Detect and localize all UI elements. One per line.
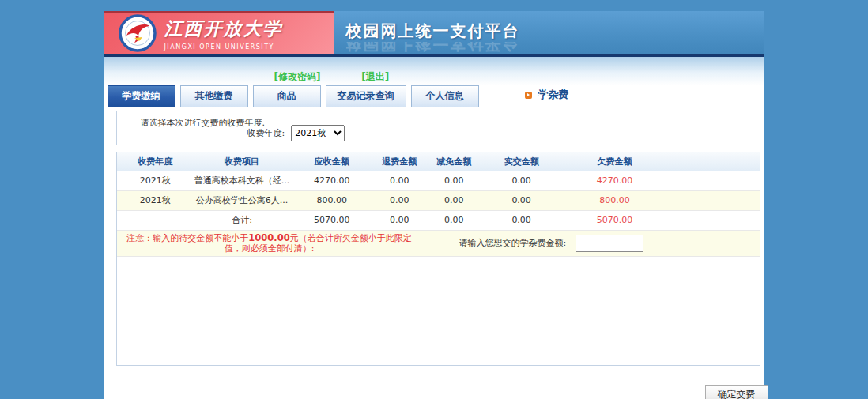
content-area: 请选择本次进行交费的收费年度. 收费年度: 2021秋 收费年度 收费项目 — [104, 107, 764, 399]
tab-transaction-records[interactable]: 交易记录查询 — [326, 85, 406, 107]
fee-table-row: 2021秋 公办高校学生公寓6人... 800.00 0.00 0.00 0.0… — [117, 190, 760, 210]
cell-year: 2021秋 — [117, 171, 194, 190]
fee-table-total-row: 合计: 5070.00 0.00 0.00 0.00 5070.00 — [117, 210, 760, 230]
account-links-bar: [修改密码] [退出] — [104, 57, 764, 85]
platform-title-area: 校园网上统一支付平台 校园网上统一支付平台 — [334, 11, 764, 54]
platform-title-reflection: 校园网上统一支付平台 — [346, 42, 764, 54]
year-select[interactable]: 2021秋 — [291, 125, 345, 141]
fee-amount-label: 请输入您想交的学杂费金额: — [459, 237, 567, 249]
cell-paid: 0.00 — [483, 171, 560, 190]
fee-section-indicator: 学杂费 — [525, 88, 569, 102]
tab-goods[interactable]: 商品 — [253, 85, 321, 107]
cell-refund: 0.00 — [374, 171, 425, 190]
note-prefix: 注意：输入的待交金额不能小于 — [126, 233, 248, 243]
fee-table-header-row: 收费年度 收费项目 应收金额 退费金额 减免金额 实交金额 欠费金额 — [117, 152, 760, 171]
university-logo-icon — [119, 14, 157, 52]
university-name-cn: 江西开放大学 — [164, 17, 283, 41]
col-header-paid: 实交金额 — [483, 152, 560, 171]
cell-paid: 0.00 — [483, 190, 560, 210]
cell-receivable: 4270.00 — [290, 171, 374, 190]
fee-table-row: 2021秋 普通高校本科文科（经... 4270.00 0.00 0.00 0.… — [117, 171, 760, 190]
cell-reduction: 0.00 — [425, 190, 483, 210]
cell-refund: 0.00 — [374, 190, 425, 210]
confirm-payment-button[interactable]: 确定交费 — [705, 385, 768, 399]
logout-link[interactable]: [退出] — [361, 71, 389, 82]
year-select-row: 收费年度: 2021秋 — [247, 125, 345, 141]
cell-paid: 0.00 — [483, 210, 560, 230]
col-header-reduction: 减免金额 — [425, 152, 483, 171]
cell-reduction: 0.00 — [425, 171, 483, 190]
cell-receivable: 5070.00 — [290, 210, 374, 230]
cell-owed: 800.00 — [560, 190, 669, 210]
change-password-link[interactable]: [修改密码] — [274, 71, 321, 82]
cell-item: 合计: — [194, 210, 290, 230]
col-header-owed: 欠费金额 — [560, 152, 669, 171]
note-min-amount: 1000.00 — [248, 232, 289, 243]
cell-owed: 5070.00 — [560, 210, 669, 230]
cell-receivable: 800.00 — [290, 190, 374, 210]
cell-year: 2021秋 — [117, 190, 194, 210]
col-header-item: 收费项目 — [194, 152, 290, 171]
university-name-en: JIANGXI OPEN UNIVERSITY — [164, 43, 283, 51]
payment-note: 注意：输入的待交金额不能小于1000.00元（若合计所欠金额小于此限定值，则必须… — [123, 233, 416, 254]
university-banner: 江西开放大学 JIANGXI OPEN UNIVERSITY — [104, 11, 334, 54]
cell-reduction: 0.00 — [425, 210, 483, 230]
cell-item: 公办高校学生公寓6人... — [194, 190, 290, 210]
year-instruction: 请选择本次进行交费的收费年度. — [141, 117, 266, 129]
fee-amount-input[interactable] — [576, 235, 643, 252]
platform-title: 校园网上统一支付平台 — [346, 21, 764, 42]
university-names: 江西开放大学 JIANGXI OPEN UNIVERSITY — [164, 17, 283, 51]
fee-table: 收费年度 收费项目 应收金额 退费金额 减免金额 实交金额 欠费金额 2021秋… — [117, 152, 760, 231]
col-header-filler — [670, 152, 760, 171]
fee-section-label: 学杂费 — [538, 88, 569, 102]
header: 江西开放大学 JIANGXI OPEN UNIVERSITY 校园网上统一支付平… — [104, 11, 764, 57]
confirm-row: 确定交费 — [116, 385, 768, 399]
tab-personal-info[interactable]: 个人信息 — [411, 85, 479, 107]
tab-tuition-payment[interactable]: 学费缴纳 — [108, 85, 175, 107]
col-header-receivable: 应收金额 — [290, 152, 374, 171]
cell-item: 普通高校本科文科（经... — [194, 171, 290, 190]
tab-other-payment[interactable]: 其他缴费 — [180, 85, 248, 107]
main-panel: 江西开放大学 JIANGXI OPEN UNIVERSITY 校园网上统一支付平… — [104, 11, 764, 399]
cell-owed: 4270.00 — [560, 171, 669, 190]
cell-year — [117, 210, 194, 230]
col-header-refund: 退费金额 — [374, 152, 425, 171]
cell-refund: 0.00 — [374, 210, 425, 230]
tab-bar: 学费缴纳 其他缴费 商品 交易记录查询 个人信息 学杂费 — [104, 85, 764, 107]
fee-table-box: 收费年度 收费项目 应收金额 退费金额 减免金额 实交金额 欠费金额 2021秋… — [116, 152, 760, 366]
year-selection-box: 请选择本次进行交费的收费年度. 收费年度: 2021秋 — [116, 111, 760, 145]
col-header-year: 收费年度 — [117, 152, 194, 171]
fee-bullet-icon — [525, 92, 532, 99]
year-select-label: 收费年度: — [247, 127, 285, 139]
payment-note-row: 注意：输入的待交金额不能小于1000.00元（若合计所欠金额小于此限定值，则必须… — [117, 231, 760, 257]
